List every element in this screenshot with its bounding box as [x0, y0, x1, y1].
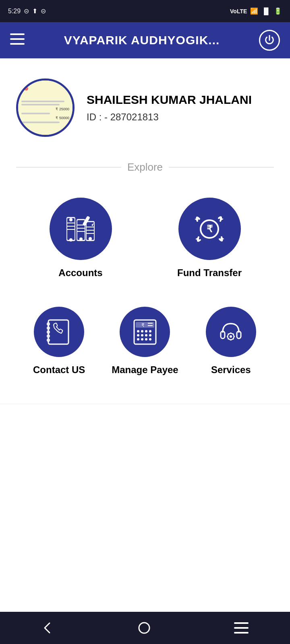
navbar: VYAPARIK AUDHYOGIK...: [0, 22, 290, 58]
svg-text:₹: ₹: [141, 322, 145, 328]
wifi-icon: 📶: [250, 7, 258, 15]
svg-text:₹: ₹: [207, 223, 213, 234]
profile-name: SHAILESH KUMAR JHALANI: [87, 93, 252, 107]
status-bar: 5:29 ⊝ ⬆ ⊝ VoLTE 📶 ▐▌ 🔋: [0, 0, 290, 22]
svg-point-52: [145, 338, 147, 341]
services-label: Services: [211, 364, 251, 376]
status-right: VoLTE 📶 ▐▌ 🔋: [230, 7, 282, 15]
power-button[interactable]: [259, 30, 280, 51]
ticker-text: redential Or OTP With Anyone. * Please U…: [0, 412, 290, 421]
services-item[interactable]: Services: [195, 307, 267, 376]
svg-line-64: [228, 339, 229, 339]
svg-point-49: [149, 334, 151, 336]
explore-divider: Explore: [16, 161, 274, 173]
svg-point-46: [137, 334, 139, 336]
svg-point-44: [145, 330, 147, 332]
profile-id: ID : - 287021813: [87, 111, 252, 123]
services-icon-circle: [206, 307, 256, 357]
svg-point-51: [141, 338, 143, 341]
contact-us-label: Contact US: [33, 364, 85, 376]
svg-point-9: [69, 238, 72, 242]
svg-point-22: [89, 237, 92, 240]
svg-point-48: [145, 334, 147, 336]
volte-icon: VoLTE: [230, 8, 247, 14]
explore-grid-bottom: Contact US ₹: [16, 307, 274, 376]
svg-rect-2: [10, 43, 25, 45]
manage-payee-label: Manage Payee: [112, 364, 178, 376]
svg-line-65: [233, 333, 234, 334]
hamburger-icon[interactable]: [10, 33, 25, 47]
svg-point-16: [79, 237, 83, 241]
svg-point-45: [149, 330, 151, 332]
ticker-bar: redential Or OTP With Anyone. * Please U…: [0, 404, 290, 429]
divider-left: [16, 167, 121, 168]
svg-point-53: [149, 338, 151, 341]
svg-line-62: [228, 333, 229, 334]
svg-point-50: [137, 338, 139, 341]
fund-transfer-icon-circle: ₹: [178, 198, 241, 260]
menu-button[interactable]: [234, 622, 249, 634]
arrow-icon: ⬆: [32, 7, 37, 15]
battery-icon: 🔋: [274, 7, 282, 15]
divider-right: [169, 167, 274, 168]
svg-rect-69: [234, 632, 249, 634]
status-left: 5:29 ⊝ ⬆ ⊝: [8, 7, 46, 15]
contact-us-item[interactable]: Contact US: [23, 307, 95, 376]
signal-icon: ▐▌: [261, 8, 271, 15]
svg-rect-68: [234, 627, 249, 629]
contact-us-icon-circle: [34, 307, 84, 357]
sim2-icon: ⊝: [41, 7, 46, 15]
svg-point-10: [69, 218, 72, 221]
accounts-item[interactable]: Accounts: [44, 198, 117, 279]
manage-payee-item[interactable]: ₹ Manage Paye: [109, 307, 181, 376]
fund-transfer-item[interactable]: ₹ Fund Transfer: [173, 198, 246, 279]
avatar: ₹ 25000 ₹ 50000: [16, 78, 75, 137]
navbar-title: VYAPARIK AUDHYOGIK...: [64, 33, 220, 47]
svg-rect-1: [10, 38, 25, 40]
manage-payee-icon-circle: ₹: [120, 307, 170, 357]
svg-rect-67: [234, 622, 249, 624]
svg-rect-0: [10, 33, 25, 35]
svg-line-63: [233, 339, 234, 339]
svg-point-47: [141, 334, 143, 336]
fund-transfer-label: Fund Transfer: [177, 267, 242, 279]
profile-section: ₹ 25000 ₹ 50000 SHAILESH KUMAR JHALANI I…: [0, 58, 290, 149]
explore-grid-top: Accounts ₹: [16, 198, 274, 279]
status-time: 5:29: [8, 8, 21, 15]
profile-info: SHAILESH KUMAR JHALANI ID : - 287021813: [87, 93, 252, 123]
accounts-label: Accounts: [58, 267, 102, 279]
accounts-icon-circle: [50, 198, 112, 260]
svg-point-66: [139, 623, 149, 633]
back-button[interactable]: [41, 621, 54, 634]
svg-point-57: [230, 335, 232, 338]
home-button[interactable]: [138, 621, 151, 634]
sim-icon: ⊝: [24, 7, 29, 15]
bottom-nav: [0, 612, 290, 644]
svg-marker-27: [195, 218, 199, 221]
svg-marker-28: [220, 237, 224, 240]
svg-point-42: [137, 330, 139, 332]
svg-point-43: [141, 330, 143, 332]
explore-section: Explore: [0, 149, 290, 404]
explore-label: Explore: [127, 161, 163, 173]
